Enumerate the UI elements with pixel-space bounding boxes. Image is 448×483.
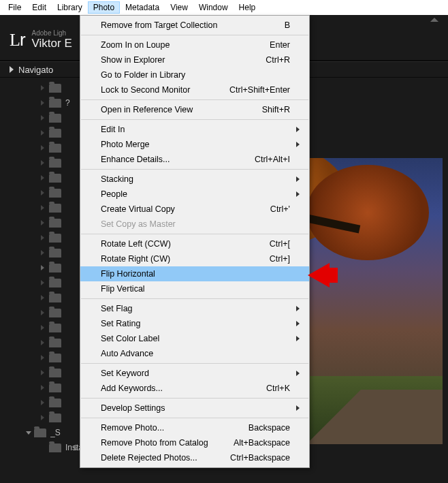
menu-item-open-in-reference-view[interactable]: Open in Reference ViewShift+R (80, 102, 309, 117)
folder-row[interactable] (0, 380, 82, 395)
menu-separator (81, 35, 308, 35)
menu-item-remove-from-target-collection[interactable]: Remove from Target CollectionB (80, 18, 309, 33)
folder-row[interactable] (0, 110, 82, 125)
menu-item-remove-photo-from-catalog[interactable]: Remove Photo from CatalogAlt+Backspace (80, 435, 309, 450)
folder-label: ? (65, 98, 70, 108)
folder-row[interactable] (0, 395, 82, 410)
menu-item-label: Remove Photo from Catalog (101, 438, 208, 448)
folder-icon (49, 309, 61, 317)
menu-item-create-virtual-copy[interactable]: Create Virtual CopyCtrl+' (80, 202, 309, 217)
menu-item-remove-photo[interactable]: Remove Photo...Backspace (80, 420, 309, 435)
folder-icon (49, 144, 61, 153)
menu-item-auto-advance[interactable]: Auto Advance (80, 346, 309, 361)
lightroom-logo: Lr (10, 29, 25, 50)
folder-row[interactable]: Instagram6 (0, 440, 82, 455)
folder-row[interactable] (0, 125, 82, 140)
folder-icon (49, 264, 61, 272)
menu-item-label: Set Rating (101, 319, 140, 328)
menubar-item-file[interactable]: File (3, 1, 27, 14)
menu-item-set-rating[interactable]: Set Rating (80, 316, 309, 331)
menubar-item-view[interactable]: View (165, 1, 193, 14)
folder-row[interactable] (0, 275, 82, 290)
menu-item-delete-rejected-photos[interactable]: Delete Rejected Photos...Ctrl+Backspace (80, 450, 309, 465)
folders-sidebar: ?_SInstagram6 (0, 80, 82, 483)
submenu-arrow-icon (296, 405, 300, 411)
navigator-label: Navigato (18, 65, 53, 75)
folder-icon (49, 204, 61, 213)
menu-item-stacking[interactable]: Stacking (80, 172, 309, 187)
submenu-arrow-icon (296, 191, 300, 197)
menubar-item-photo[interactable]: Photo (88, 1, 120, 14)
folder-row[interactable] (0, 410, 82, 425)
folder-icon (49, 114, 61, 123)
menu-item-rotate-left-ccw[interactable]: Rotate Left (CCW)Ctrl+[ (80, 236, 309, 251)
folder-triangle-icon (41, 145, 44, 151)
folder-row[interactable] (0, 185, 82, 200)
folder-triangle-icon (41, 205, 44, 211)
folder-row[interactable] (0, 365, 82, 380)
folder-count: 6 (74, 443, 78, 452)
menu-item-label: Zoom In on Loupe (101, 40, 170, 50)
menu-item-enhance-details[interactable]: Enhance Details...Ctrl+Alt+I (80, 152, 309, 167)
menu-item-show-in-explorer[interactable]: Show in ExplorerCtrl+R (80, 52, 309, 67)
folder-icon (49, 279, 61, 287)
menu-separator (81, 119, 308, 120)
folder-row[interactable]: _S (0, 425, 82, 440)
menu-item-set-color-label[interactable]: Set Color Label (80, 331, 309, 346)
folder-icon (49, 249, 61, 258)
menubar-item-edit[interactable]: Edit (27, 1, 52, 14)
menu-item-go-to-folder-in-library[interactable]: Go to Folder in Library (80, 67, 309, 82)
menu-item-flip-horizontal[interactable]: Flip Horizontal (80, 266, 309, 281)
menu-item-shortcut: Ctrl+Backspace (230, 453, 290, 463)
menu-item-label: Rotate Right (CW) (101, 254, 170, 264)
menu-item-shortcut: Ctrl+[ (270, 239, 290, 249)
folder-row[interactable] (0, 170, 82, 185)
menu-item-label: Auto Advance (101, 349, 153, 358)
folder-row[interactable] (0, 260, 82, 275)
submenu-arrow-icon (296, 336, 300, 341)
folder-row[interactable]: ? (0, 95, 82, 110)
menu-item-people[interactable]: People (80, 187, 309, 202)
menu-item-label: Create Virtual Copy (101, 204, 175, 214)
folder-row[interactable] (0, 245, 82, 260)
menu-item-add-keywords[interactable]: Add Keywords...Ctrl+K (80, 381, 309, 396)
folder-row[interactable] (0, 350, 82, 365)
folder-row[interactable] (0, 305, 82, 320)
menu-item-flip-vertical[interactable]: Flip Vertical (80, 281, 309, 296)
folder-triangle-icon (41, 280, 44, 285)
folder-row[interactable] (0, 335, 82, 350)
collapse-triangle-icon[interactable] (430, 18, 438, 22)
folder-row[interactable] (0, 200, 82, 215)
folder-triangle-icon (41, 340, 44, 345)
folder-row[interactable] (0, 140, 82, 155)
folder-row[interactable] (0, 155, 82, 170)
menubar-item-library[interactable]: Library (52, 1, 88, 14)
menu-item-label: Show in Explorer (101, 55, 165, 65)
folder-row[interactable] (0, 290, 82, 305)
menu-item-zoom-in-on-loupe[interactable]: Zoom In on LoupeEnter (80, 37, 309, 52)
menu-item-rotate-right-cw[interactable]: Rotate Right (CW)Ctrl+] (80, 251, 309, 266)
menubar-item-metadata[interactable]: Metadata (120, 1, 165, 14)
menu-item-edit-in[interactable]: Edit In (80, 122, 309, 137)
folder-row[interactable] (0, 230, 82, 245)
menubar-item-help[interactable]: Help (234, 1, 261, 14)
menu-item-photo-merge[interactable]: Photo Merge (80, 137, 309, 152)
menu-item-lock-to-second-monitor[interactable]: Lock to Second MonitorCtrl+Shift+Enter (80, 82, 309, 97)
menu-item-label: Add Keywords... (101, 384, 163, 393)
menubar-item-window[interactable]: Window (193, 1, 234, 14)
folder-icon (49, 84, 61, 93)
menu-item-set-copy-as-master: Set Copy as Master (80, 217, 309, 232)
menu-item-shortcut: Ctrl+' (270, 204, 290, 214)
folder-triangle-icon (41, 355, 44, 360)
menu-item-label: Set Keyword (101, 369, 149, 378)
menu-item-develop-settings[interactable]: Develop Settings (80, 401, 309, 416)
submenu-arrow-icon (296, 306, 300, 311)
folder-row[interactable] (0, 320, 82, 335)
menu-separator (81, 398, 308, 399)
menu-item-label: Rotate Left (CCW) (101, 239, 171, 249)
menu-item-set-flag[interactable]: Set Flag (80, 301, 309, 316)
folder-row[interactable] (0, 215, 82, 230)
menu-item-set-keyword[interactable]: Set Keyword (80, 366, 309, 381)
menu-item-shortcut: Ctrl+] (270, 254, 290, 264)
folder-row[interactable] (0, 80, 82, 95)
